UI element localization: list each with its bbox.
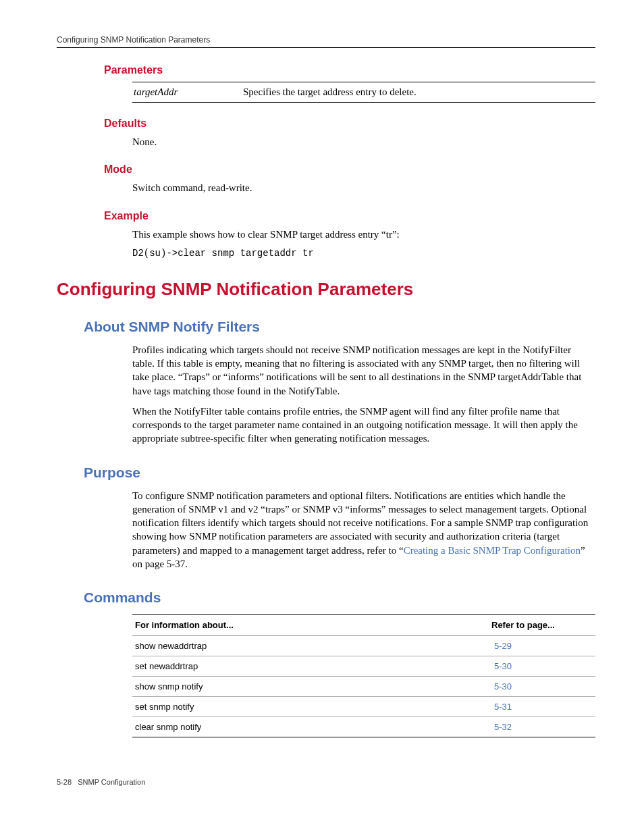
page-link[interactable]: 5-30	[494, 681, 512, 692]
about-paragraph-1: Profiles indicating which targets should…	[132, 343, 595, 398]
table-row: set newaddrtrap 5-30	[132, 656, 595, 677]
cmd-cell: set snmp notify	[132, 697, 491, 717]
footer-chapter: SNMP Configuration	[78, 778, 145, 786]
footer-pagenum: 5-28	[57, 778, 72, 786]
page-link[interactable]: 5-32	[494, 722, 512, 732]
example-code: D2(su)->clear snmp targetaddr tr	[132, 248, 595, 259]
table-row: clear snmp notify 5-32	[132, 717, 595, 737]
parameters-table: targetAddr Specifies the target address …	[132, 82, 595, 103]
mode-body: Switch command, read-write.	[132, 181, 595, 194]
about-heading: About SNMP Notify Filters	[84, 319, 595, 335]
purpose-paragraph: To configure SNMP notification parameter…	[132, 489, 595, 571]
section-mode-title: Mode	[104, 163, 595, 176]
table-row: targetAddr Specifies the target address …	[134, 84, 594, 101]
col-info: For information about...	[132, 615, 491, 636]
commands-heading: Commands	[84, 590, 595, 606]
cmd-cell: show newaddrtrap	[132, 636, 491, 656]
section-example-title: Example	[104, 210, 595, 222]
commands-table: For information about... Refer to page..…	[132, 614, 595, 737]
purpose-heading: Purpose	[84, 465, 595, 481]
page-title: Configuring SNMP Notification Parameters	[57, 279, 595, 300]
page-cell: 5-31	[491, 697, 595, 717]
page-cell: 5-30	[491, 656, 595, 677]
about-paragraph-2: When the NotifyFilter table contains pro…	[132, 405, 595, 446]
param-name: targetAddr	[134, 84, 242, 101]
page-cell: 5-32	[491, 717, 595, 737]
example-body: This example shows how to clear SNMP tar…	[132, 228, 595, 241]
purpose-link[interactable]: Creating a Basic SNMP Trap Configuration	[404, 545, 581, 556]
page-footer: 5-28 SNMP Configuration	[57, 778, 595, 786]
table-row: set snmp notify 5-31	[132, 697, 595, 717]
table-row: show snmp notify 5-30	[132, 677, 595, 697]
running-header: Configuring SNMP Notification Parameters	[57, 35, 595, 48]
table-header-row: For information about... Refer to page..…	[132, 615, 595, 636]
col-page: Refer to page...	[491, 615, 595, 636]
page-cell: 5-30	[491, 677, 595, 697]
section-parameters-title: Parameters	[104, 64, 595, 76]
page-link[interactable]: 5-31	[494, 702, 512, 712]
cmd-cell: set newaddrtrap	[132, 656, 491, 677]
page-cell: 5-29	[491, 636, 595, 656]
cmd-cell: show snmp notify	[132, 677, 491, 697]
table-row: show newaddrtrap 5-29	[132, 636, 595, 656]
param-desc: Specifies the target address entry to de…	[243, 84, 594, 101]
defaults-body: None.	[132, 135, 595, 149]
section-defaults-title: Defaults	[104, 118, 595, 130]
page-link[interactable]: 5-30	[494, 661, 512, 671]
cmd-cell: clear snmp notify	[132, 717, 491, 737]
page-link[interactable]: 5-29	[494, 641, 512, 651]
